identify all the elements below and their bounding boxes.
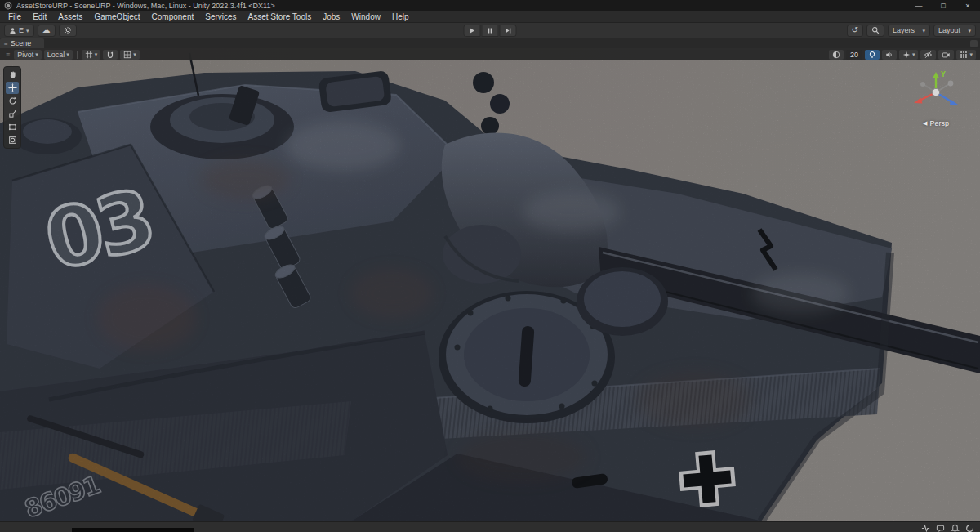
pause-icon	[487, 27, 494, 34]
scene-view-toolbar: ≡ Pivot ▾ Local ▾ ▾ ▾	[0, 48, 980, 60]
handle-rotation-dropdown[interactable]: Local ▾	[44, 50, 73, 60]
chevron-down-icon: ▾	[66, 51, 69, 57]
scale-tool-button[interactable]	[6, 108, 19, 120]
bell-icon[interactable]	[951, 524, 960, 532]
scene-audio-toggle[interactable]	[882, 50, 897, 60]
history-icon: ↺	[852, 26, 858, 34]
account-icon	[9, 27, 16, 34]
dock-scrollbar-stub	[970, 40, 978, 47]
transform-icon	[8, 136, 17, 145]
rotate-icon	[8, 96, 17, 105]
shading-mode-dropdown[interactable]	[829, 50, 844, 60]
persp-triangle-icon: ◀	[923, 120, 927, 127]
menu-asset-store-tools[interactable]: Asset Store Tools	[243, 11, 318, 22]
menu-window[interactable]: Window	[345, 11, 386, 22]
orientation-gizmo[interactable]: Y ◀ Persp	[902, 68, 970, 127]
close-button[interactable]: ×	[956, 0, 980, 11]
chevron-down-icon: ▾	[95, 51, 98, 57]
window-controls: — □ ×	[906, 0, 980, 11]
step-button[interactable]	[500, 25, 517, 37]
menu-services[interactable]: Services	[199, 11, 242, 22]
play-controls	[464, 25, 517, 37]
hand-icon	[8, 70, 17, 79]
search-icon	[871, 26, 880, 34]
lightbulb-icon	[868, 51, 876, 59]
chevron-down-icon: ▾	[26, 28, 29, 34]
chevron-down-icon: ▾	[133, 51, 136, 57]
scene-visibility-count[interactable]: 20	[846, 50, 862, 60]
unity-editor-window: { "window": { "title": "AssetStoreURP - …	[0, 0, 980, 532]
pause-button[interactable]	[482, 25, 499, 37]
rect-icon	[8, 123, 17, 132]
menu-assets[interactable]: Assets	[52, 11, 88, 22]
overlay-grip-icon[interactable]: ≡	[4, 51, 11, 59]
scene-effects-dropdown[interactable]: ▾	[899, 50, 919, 60]
chevron-down-icon: ▾	[922, 28, 925, 34]
grid-icon	[85, 51, 93, 59]
window-title: AssetStoreURP - SceneURP - Windows, Mac,…	[16, 2, 275, 10]
tab-scene-label: Scene	[11, 39, 32, 47]
cloud-icon: ☁	[42, 26, 51, 34]
dock-tab-bar: ≡ Scene	[0, 38, 980, 48]
layers-dropdown[interactable]: Layers ▾	[888, 25, 930, 37]
scene-viewport[interactable]: 03 86091 ≡ Pivot	[0, 48, 980, 521]
menu-edit[interactable]: Edit	[27, 11, 52, 22]
account-button[interactable]: E ▾	[4, 25, 34, 37]
minimize-button[interactable]: —	[906, 0, 931, 11]
layout-dropdown[interactable]: Layout ▾	[933, 25, 976, 37]
transform-tool-button[interactable]	[6, 134, 19, 146]
step-icon	[505, 27, 512, 34]
local-label: Local	[47, 51, 65, 59]
rotate-tool-button[interactable]	[6, 95, 19, 107]
play-button[interactable]	[464, 25, 481, 37]
tools-overlay	[3, 66, 21, 149]
version-control-button[interactable]	[59, 25, 77, 37]
separator	[77, 51, 78, 59]
undo-history-button[interactable]: ↺	[847, 25, 863, 37]
shaded-sphere-icon	[832, 51, 840, 59]
cloud-services-button[interactable]: ☁	[38, 25, 56, 37]
console-message-icon[interactable]	[936, 524, 945, 532]
speaker-icon	[885, 51, 893, 59]
account-label: E	[19, 26, 24, 34]
grid-axis-icon	[123, 51, 131, 59]
main-toolbar: E ▾ ☁ ↺	[0, 23, 980, 38]
tab-scene[interactable]: ≡ Scene	[0, 38, 44, 48]
gizmos-dropdown[interactable]: ▾	[956, 50, 976, 60]
magnet-icon	[106, 51, 114, 59]
menu-help[interactable]: Help	[386, 11, 415, 22]
maximize-button[interactable]: □	[931, 0, 956, 11]
scale-icon	[8, 110, 17, 118]
camera-icon	[942, 51, 951, 59]
chevron-down-icon: ▾	[969, 51, 973, 57]
progress-spinner-icon[interactable]	[965, 524, 974, 532]
snap-increment-button[interactable]	[103, 50, 118, 60]
chevron-down-icon: ▾	[35, 51, 38, 57]
search-button[interactable]	[866, 25, 884, 37]
menu-jobs[interactable]: Jobs	[317, 11, 345, 22]
menu-component[interactable]: Component	[146, 11, 200, 22]
menu-bar: File Edit Assets GameObject Component Se…	[0, 11, 980, 23]
menu-gameobject[interactable]: GameObject	[88, 11, 145, 22]
snap-settings-dropdown[interactable]: ▾	[120, 50, 140, 60]
activity-icon[interactable]	[921, 524, 930, 532]
scene-lighting-toggle[interactable]	[865, 50, 880, 60]
hidden-objects-toggle[interactable]	[920, 50, 936, 60]
persp-text: Persp	[929, 119, 949, 127]
grid-snap-dropdown[interactable]: ▾	[82, 50, 101, 60]
chevron-down-icon: ▾	[968, 28, 971, 34]
tab-menu-icon: ≡	[4, 40, 8, 47]
move-tool-button[interactable]	[6, 82, 19, 94]
layers-label: Layers	[893, 26, 915, 34]
chevron-down-icon: ▾	[912, 51, 915, 57]
rect-tool-button[interactable]	[6, 121, 19, 133]
menu-file[interactable]: File	[2, 11, 27, 22]
toolbar-left-group: E ▾ ☁	[4, 25, 77, 37]
scene-toolbar-right: 20 ▾	[829, 50, 976, 60]
eye-slash-icon	[924, 51, 933, 59]
view-tool-button[interactable]	[6, 69, 19, 81]
pivot-dropdown[interactable]: Pivot ▾	[14, 50, 42, 60]
status-bar	[0, 521, 980, 532]
scene-camera-dropdown[interactable]	[938, 50, 954, 60]
projection-label[interactable]: ◀ Persp	[902, 119, 970, 127]
